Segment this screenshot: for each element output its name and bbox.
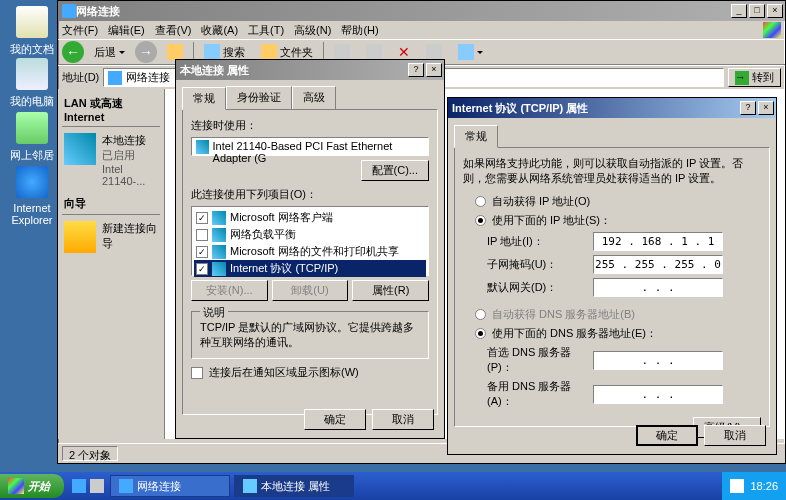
- dns1-label: 首选 DNS 服务器(P)：: [487, 345, 587, 375]
- system-tray[interactable]: 18:26: [722, 472, 786, 500]
- tab-general[interactable]: 常规: [182, 87, 226, 110]
- help-button[interactable]: ?: [740, 101, 756, 115]
- manual-dns-label: 使用下面的 DNS 服务器地址(E)：: [492, 326, 657, 341]
- component-icon: [212, 228, 226, 242]
- checkbox[interactable]: [196, 229, 208, 241]
- clock: 18:26: [750, 480, 778, 492]
- connect-using-label: 连接时使用：: [191, 118, 429, 133]
- list-item[interactable]: ✓Microsoft 网络的文件和打印机共享: [194, 243, 426, 260]
- wizard-header: 向导: [62, 193, 160, 215]
- tab-auth[interactable]: 身份验证: [226, 86, 292, 109]
- ip-address-field[interactable]: 192 . 168 . 1 . 1: [593, 232, 723, 251]
- taskbar-item-network[interactable]: 网络连接: [110, 475, 230, 497]
- dns1-field[interactable]: . . .: [593, 351, 723, 370]
- network-icon: [108, 71, 122, 85]
- go-button[interactable]: →转到: [728, 68, 781, 87]
- gateway-field[interactable]: . . .: [593, 278, 723, 297]
- component-icon: [212, 211, 226, 225]
- uninstall-button[interactable]: 卸载(U): [272, 280, 349, 301]
- address-label: 地址(D): [62, 70, 99, 85]
- dialog-title: 本地连接 属性: [180, 63, 406, 78]
- manual-dns-radio[interactable]: [475, 328, 486, 339]
- new-connection-wizard[interactable]: 新建连接向导: [62, 215, 160, 259]
- views-button[interactable]: [452, 42, 489, 62]
- local-connection-item[interactable]: 本地连接已启用Intel 21140-...: [62, 127, 160, 193]
- menubar: 文件(F) 编辑(E) 查看(V) 收藏(A) 工具(T) 高级(N) 帮助(H…: [58, 21, 785, 39]
- list-item[interactable]: 网络负载平衡: [194, 226, 426, 243]
- start-button[interactable]: 开始: [0, 474, 64, 498]
- close-button[interactable]: ×: [758, 101, 774, 115]
- tray-icon-checkbox[interactable]: [191, 367, 203, 379]
- description-header: 说明: [200, 305, 228, 320]
- connection-properties-dialog: 本地连接 属性 ? × 常规 身份验证 高级 连接时使用： Intel 2114…: [175, 59, 445, 439]
- components-list[interactable]: ✓Microsoft 网络客户端 网络负载平衡 ✓Microsoft 网络的文件…: [191, 206, 429, 276]
- maximize-button[interactable]: □: [749, 4, 765, 18]
- tab-advanced[interactable]: 高级: [292, 86, 336, 109]
- list-item[interactable]: ✓Internet 协议 (TCP/IP): [194, 260, 426, 277]
- menu-tools[interactable]: 工具(T): [248, 23, 284, 38]
- menu-help[interactable]: 帮助(H): [341, 23, 378, 38]
- titlebar[interactable]: 网络连接 _ □ ×: [58, 1, 785, 21]
- manual-ip-label: 使用下面的 IP 地址(S)：: [492, 213, 611, 228]
- left-pane: LAN 或高速 Internet 本地连接已启用Intel 21140-... …: [58, 89, 165, 439]
- tray-icon[interactable]: [730, 479, 744, 493]
- network-icon: [62, 4, 76, 18]
- dns2-field[interactable]: . . .: [593, 385, 723, 404]
- network-icon: [119, 479, 133, 493]
- lan-header: LAN 或高速 Internet: [62, 93, 160, 127]
- help-button[interactable]: ?: [408, 63, 424, 77]
- auto-dns-label: 自动获得 DNS 服务器地址(B): [492, 307, 635, 322]
- manual-ip-radio[interactable]: [475, 215, 486, 226]
- titlebar[interactable]: 本地连接 属性 ? ×: [176, 60, 444, 80]
- ok-button[interactable]: 确定: [636, 425, 698, 446]
- dialog-title: Internet 协议 (TCP/IP) 属性: [452, 101, 738, 116]
- subnet-mask-field[interactable]: 255 . 255 . 255 . 0: [593, 255, 723, 274]
- dns2-label: 备用 DNS 服务器(A)：: [487, 379, 587, 409]
- configure-button[interactable]: 配置(C)...: [361, 160, 429, 181]
- auto-ip-label: 自动获得 IP 地址(O): [492, 194, 590, 209]
- quick-launch-icon[interactable]: [72, 479, 86, 493]
- desktop-icon-network-places[interactable]: 网上邻居: [4, 112, 60, 163]
- cancel-button[interactable]: 取消: [704, 425, 766, 446]
- component-icon: [212, 245, 226, 259]
- back-label[interactable]: 后退: [88, 43, 131, 62]
- mask-label: 子网掩码(U)：: [487, 257, 587, 272]
- properties-button[interactable]: 属性(R): [352, 280, 429, 301]
- wizard-icon: [64, 221, 96, 253]
- checkbox[interactable]: ✓: [196, 212, 208, 224]
- titlebar[interactable]: Internet 协议 (TCP/IP) 属性 ? ×: [448, 98, 776, 118]
- checkbox[interactable]: ✓: [196, 246, 208, 258]
- menu-file[interactable]: 文件(F): [62, 23, 98, 38]
- connection-state: 已启用: [102, 148, 158, 163]
- tab-general[interactable]: 常规: [454, 125, 498, 148]
- back-button[interactable]: ←: [62, 41, 84, 63]
- desktop-icon-my-documents[interactable]: 我的文档: [4, 6, 60, 57]
- items-label: 此连接使用下列项目(O)：: [191, 187, 429, 202]
- window-title: 网络连接: [76, 4, 729, 19]
- status-text: 2 个对象: [62, 446, 118, 461]
- menu-view[interactable]: 查看(V): [155, 23, 192, 38]
- ip-label: IP 地址(I)：: [487, 234, 587, 249]
- windows-logo-icon: [8, 478, 24, 494]
- install-button[interactable]: 安装(N)...: [191, 280, 268, 301]
- desktop-icon-ie[interactable]: Internet Explorer: [4, 166, 60, 226]
- close-button[interactable]: ×: [426, 63, 442, 77]
- connection-device: Intel 21140-...: [102, 163, 158, 187]
- adapter-field: Intel 21140-Based PCI Fast Ethernet Adap…: [191, 137, 429, 156]
- auto-ip-radio[interactable]: [475, 196, 486, 207]
- checkbox[interactable]: ✓: [196, 263, 208, 275]
- nic-icon: [64, 133, 96, 165]
- close-button[interactable]: ×: [767, 4, 783, 18]
- taskbar-item-properties[interactable]: 本地连接 属性: [234, 475, 354, 497]
- list-item[interactable]: ✓Microsoft 网络客户端: [194, 209, 426, 226]
- menu-favorites[interactable]: 收藏(A): [201, 23, 238, 38]
- menu-edit[interactable]: 编辑(E): [108, 23, 145, 38]
- menu-advanced[interactable]: 高级(N): [294, 23, 331, 38]
- blurb: 如果网络支持此功能，则可以获取自动指派的 IP 设置。否则，您需要从网络系统管理…: [463, 156, 761, 186]
- minimize-button[interactable]: _: [731, 4, 747, 18]
- quick-launch-icon[interactable]: [90, 479, 104, 493]
- cancel-button[interactable]: 取消: [372, 409, 434, 430]
- ok-button[interactable]: 确定: [304, 409, 366, 430]
- component-icon: [212, 262, 226, 276]
- desktop-icon-my-computer[interactable]: 我的电脑: [4, 58, 60, 109]
